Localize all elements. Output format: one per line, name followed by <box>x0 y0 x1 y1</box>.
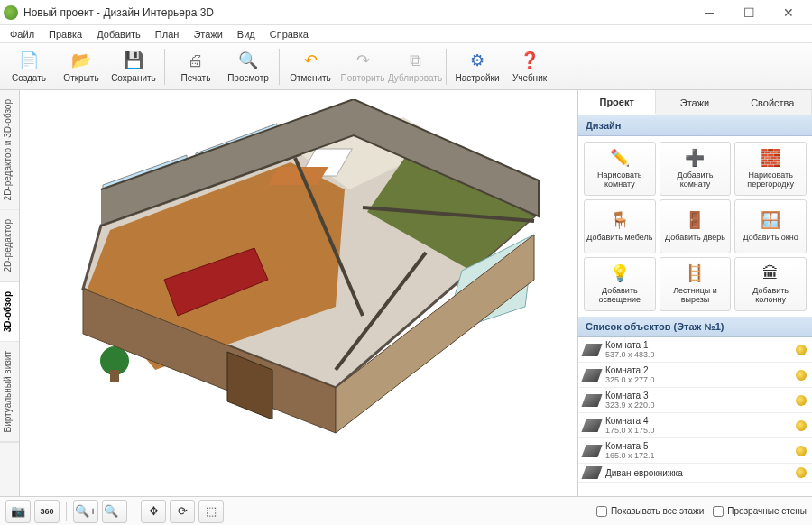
visibility-toggle-icon[interactable] <box>796 446 807 456</box>
window-label: Добавить окно <box>743 234 798 243</box>
toolbar-print-button[interactable]: 🖨Печать <box>171 45 221 88</box>
camera-button[interactable]: 📷 <box>5 500 31 523</box>
card-draw-room[interactable]: ✏️Нарисовать комнату <box>584 142 656 196</box>
object-dimensions: 325.0 x 277.0 <box>605 375 790 384</box>
toolbar-print-label: Печать <box>181 73 211 83</box>
object-row[interactable]: Диван еврокнижка <box>578 464 812 483</box>
fit-button[interactable]: ⬚ <box>198 500 224 523</box>
toolbar-settings-label: Настройки <box>455 73 499 83</box>
object-dimensions: 323.9 x 220.0 <box>605 401 790 410</box>
menu-этажи[interactable]: Этажи <box>187 27 228 41</box>
visibility-toggle-icon[interactable] <box>796 395 807 406</box>
left-tab-2d-3d[interactable]: 2D-редактор и 3D-обзор <box>0 90 19 210</box>
toolbar: 📄Создать📂Открыть💾Сохранить🖨Печать🔍Просмо… <box>0 43 812 90</box>
stairs-label: Лестницы и вырезы <box>662 287 729 305</box>
object-icon <box>581 445 602 457</box>
visibility-toggle-icon[interactable] <box>796 345 807 355</box>
left-tab-2d[interactable]: 2D-редактор <box>0 210 19 282</box>
rotate-button[interactable]: ⟳ <box>170 500 195 523</box>
redo-icon: ↷ <box>352 50 374 71</box>
right-tab-floors[interactable]: Этажи <box>656 90 734 115</box>
create-icon: 📄 <box>18 50 40 71</box>
partition-label: Нарисовать перегородку <box>737 171 804 189</box>
preview-icon: 🔍 <box>237 50 259 71</box>
toolbar-duplicate-label: Дублировать <box>388 73 442 83</box>
card-partition[interactable]: 🧱Нарисовать перегородку <box>734 142 807 196</box>
object-row[interactable]: Комната 4175.0 x 175.0 <box>578 413 812 438</box>
toolbar-help-button[interactable]: ❓Учебник <box>504 45 555 88</box>
card-window[interactable]: 🪟Добавить окно <box>734 199 807 253</box>
minimize-button[interactable]: ─ <box>689 0 729 25</box>
door-label: Добавить дверь <box>665 234 725 243</box>
toolbar-save-label: Сохранить <box>111 73 156 83</box>
toolbar-preview-button[interactable]: 🔍Просмотр <box>223 45 273 88</box>
object-icon <box>581 394 602 407</box>
menu-справка[interactable]: Справка <box>263 27 315 41</box>
left-tab-3d[interactable]: 3D-обзор <box>0 282 19 342</box>
object-text: Комната 4175.0 x 175.0 <box>605 416 790 435</box>
card-column[interactable]: 🏛Добавить колонну <box>734 257 807 311</box>
toolbar-undo-button[interactable]: ↶Отменить <box>285 45 336 88</box>
save-icon: 💾 <box>123 50 144 71</box>
object-text: Комната 3323.9 x 220.0 <box>605 391 790 410</box>
object-dimensions: 537.0 x 483.0 <box>605 350 790 359</box>
draw-room-label: Нарисовать комнату <box>586 171 653 189</box>
toolbar-duplicate-button: ⧉Дублировать <box>390 45 440 88</box>
toolbar-create-button[interactable]: 📄Создать <box>4 45 54 88</box>
object-name: Комната 5 <box>605 441 790 451</box>
menu-добавить[interactable]: Добавить <box>90 27 147 41</box>
zoom-in-button[interactable]: 🔍+ <box>73 500 98 523</box>
help-icon: ❓ <box>519 50 540 71</box>
partition-icon: 🧱 <box>760 148 781 170</box>
card-furniture[interactable]: 🪑Добавить мебель <box>584 199 656 253</box>
object-dimensions: 165.0 x 172.1 <box>605 451 790 460</box>
object-row[interactable]: Комната 3323.9 x 220.0 <box>578 388 812 413</box>
toolbar-open-button[interactable]: 📂Открыть <box>56 45 106 88</box>
object-row[interactable]: Комната 1537.0 x 483.0 <box>578 337 812 363</box>
menu-вид[interactable]: Вид <box>231 27 262 41</box>
visibility-toggle-icon[interactable] <box>796 467 807 478</box>
menu-план[interactable]: План <box>149 27 186 41</box>
toolbar-save-button[interactable]: 💾Сохранить <box>108 45 159 88</box>
maximize-button[interactable]: ☐ <box>729 0 769 25</box>
zoom-out-button[interactable]: 🔍− <box>102 500 127 523</box>
right-tab-project[interactable]: Проект <box>578 90 656 115</box>
360-button[interactable]: 360 <box>34 500 60 523</box>
draw-room-icon: ✏️ <box>609 148 631 170</box>
visibility-toggle-icon[interactable] <box>796 370 807 381</box>
card-light[interactable]: 💡Добавить освещение <box>584 257 656 311</box>
menu-правка[interactable]: Правка <box>42 27 88 41</box>
left-tabs: 2D-редактор и 3D-обзор2D-редактор3D-обзо… <box>0 90 20 496</box>
show-all-floors-input[interactable] <box>596 506 607 517</box>
visibility-toggle-icon[interactable] <box>796 420 807 431</box>
object-row[interactable]: Комната 2325.0 x 277.0 <box>578 363 812 388</box>
card-add-room[interactable]: ➕Добавить комнату <box>660 142 732 196</box>
design-grid: ✏️Нарисовать комнату➕Добавить комнату🧱На… <box>578 136 812 317</box>
object-list[interactable]: Комната 1537.0 x 483.0Комната 2325.0 x 2… <box>578 337 812 496</box>
light-label: Добавить освещение <box>586 287 653 305</box>
pan-button[interactable]: ✥ <box>141 500 166 523</box>
card-stairs[interactable]: 🪜Лестницы и вырезы <box>660 257 732 311</box>
object-name: Комната 4 <box>605 416 790 426</box>
close-button[interactable]: ✕ <box>769 0 808 25</box>
toolbar-undo-label: Отменить <box>290 73 331 83</box>
object-name: Комната 1 <box>605 340 790 350</box>
3d-viewport[interactable] <box>20 90 577 496</box>
card-door[interactable]: 🚪Добавить дверь <box>660 199 732 253</box>
object-row[interactable]: Комната 5165.0 x 172.1 <box>578 438 812 464</box>
show-all-floors-checkbox[interactable]: Показывать все этажи <box>596 506 704 517</box>
right-tab-props[interactable]: Свойства <box>734 90 812 115</box>
left-tab-virtual[interactable]: Виртуальный визит <box>0 342 19 443</box>
transparent-walls-input[interactable] <box>713 506 724 517</box>
settings-icon: ⚙ <box>466 50 488 71</box>
separator <box>164 49 165 85</box>
transparent-walls-checkbox[interactable]: Прозрачные стены <box>713 506 807 517</box>
menu-файл[interactable]: Файл <box>4 27 41 41</box>
light-icon: 💡 <box>609 263 631 285</box>
menubar: ФайлПравкаДобавитьПланЭтажиВидСправка <box>0 25 812 43</box>
object-name: Диван еврокнижка <box>605 468 790 478</box>
statusbar: 📷 360 🔍+ 🔍− ✥ ⟳ ⬚ Показывать все этажи П… <box>0 496 812 525</box>
print-icon: 🖨 <box>185 50 207 71</box>
object-text: Диван еврокнижка <box>605 468 790 478</box>
toolbar-settings-button[interactable]: ⚙Настройки <box>452 45 503 88</box>
